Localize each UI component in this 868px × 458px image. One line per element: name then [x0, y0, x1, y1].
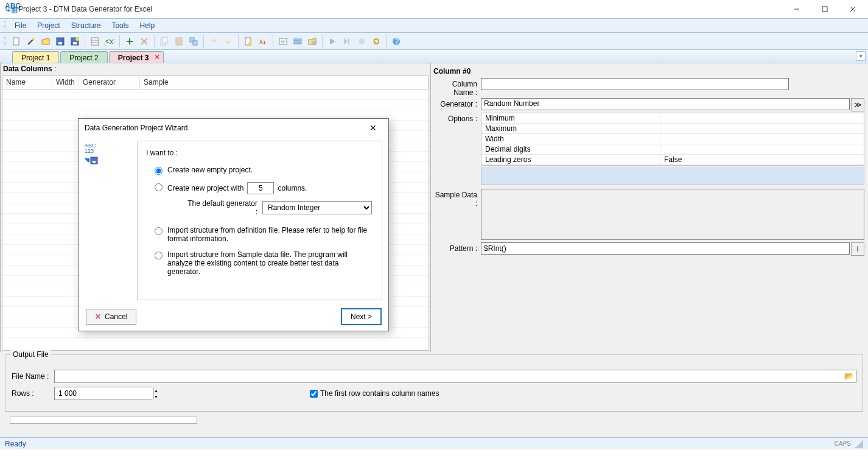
- menu-help[interactable]: Help: [135, 19, 159, 32]
- col-name[interactable]: Name: [2, 76, 52, 89]
- options-footer-band: [481, 167, 864, 185]
- wizard-opt-label: Import structure from Sample data file. …: [167, 250, 348, 276]
- copy-cols-icon[interactable]: [158, 35, 171, 48]
- help-icon[interactable]: ?: [390, 35, 403, 48]
- tab-label: Project 1: [21, 54, 50, 62]
- pattern-info-button[interactable]: i: [851, 242, 864, 256]
- fill-icon[interactable]: [242, 35, 255, 48]
- menu-tools[interactable]: Tools: [107, 19, 133, 32]
- minimize-button[interactable]: [783, 0, 811, 18]
- options-icon[interactable]: [291, 35, 304, 48]
- file-name-input[interactable]: 📂: [54, 370, 856, 383]
- wizard-icon[interactable]: [24, 35, 38, 48]
- col-sample[interactable]: Sample: [140, 76, 429, 89]
- opt-key[interactable]: Minimum: [481, 113, 660, 123]
- title-bar: ABC ↳▦ Project 3 - DTM Data Generator fo…: [0, 0, 868, 18]
- opt-key[interactable]: Width: [481, 134, 660, 144]
- move-down-icon[interactable]: [222, 35, 235, 48]
- settings-icon[interactable]: [306, 35, 319, 48]
- pattern-input[interactable]: [481, 242, 850, 255]
- rows-label: Rows :: [12, 389, 54, 398]
- opt-val[interactable]: [660, 134, 864, 144]
- close-icon[interactable]: ✕: [155, 54, 159, 60]
- step-icon[interactable]: [340, 35, 354, 48]
- file-name-label: File Name :: [12, 372, 54, 381]
- opt-val[interactable]: [660, 144, 864, 154]
- wizard-close-button[interactable]: ✕: [364, 123, 382, 133]
- opt-val[interactable]: False: [660, 155, 864, 164]
- maximize-button[interactable]: [811, 0, 839, 18]
- opt-key[interactable]: Maximum: [481, 124, 660, 133]
- spin-down-icon[interactable]: ▼: [154, 393, 158, 400]
- menu-file[interactable]: File: [10, 19, 31, 32]
- remove-icon[interactable]: [138, 35, 151, 48]
- tab-scroll-button[interactable]: ▾: [856, 51, 866, 61]
- first-row-checkbox-row[interactable]: The first row contains column names: [310, 389, 439, 398]
- tab-project-3[interactable]: Project 3 ✕: [109, 51, 164, 63]
- generator-select[interactable]: Random Number: [481, 98, 850, 110]
- col-generator[interactable]: Generator: [79, 76, 140, 89]
- menu-structure[interactable]: Structure: [66, 19, 106, 32]
- status-bar: Ready CAPS: [0, 437, 868, 449]
- wizard-radio-columns[interactable]: [155, 183, 163, 191]
- default-gen-label: The default generator :: [186, 199, 257, 216]
- wizard-opt-definition[interactable]: Import structure from definition file. P…: [146, 226, 373, 243]
- caps-indicator: CAPS: [835, 440, 851, 447]
- wizard-opt-sample[interactable]: Import structure from Sample data file. …: [146, 250, 373, 276]
- rows-spinner[interactable]: ▲▼: [54, 387, 152, 400]
- structure-icon[interactable]: [88, 35, 102, 48]
- col-width[interactable]: Width: [52, 76, 79, 89]
- export-icon[interactable]: [276, 35, 290, 48]
- tab-project-2[interactable]: Project 2: [60, 51, 107, 63]
- svg-text:?: ?: [395, 37, 399, 46]
- toolbar-grip-icon: [4, 37, 6, 46]
- generator-expand-button[interactable]: ≫: [851, 98, 864, 111]
- stop-icon[interactable]: [355, 35, 368, 48]
- menu-project[interactable]: Project: [32, 19, 65, 32]
- open-icon[interactable]: [39, 35, 52, 48]
- wizard-opt-label: Create new empty project.: [167, 166, 253, 174]
- opt-key[interactable]: Decimal digits: [481, 144, 660, 154]
- opt-key[interactable]: Leading zeros: [481, 155, 660, 164]
- wizard-title: Data Generation Project Wizard: [85, 124, 364, 132]
- wizard-opt-columns[interactable]: Create new project with columns. The def…: [146, 182, 373, 219]
- column-name-label: Column Name :: [433, 78, 481, 97]
- save-icon[interactable]: [54, 35, 67, 48]
- import-icon[interactable]: <x>: [103, 35, 116, 48]
- first-row-checkbox[interactable]: [310, 390, 318, 398]
- paste-cols-icon[interactable]: [172, 35, 186, 48]
- wizard-cancel-button[interactable]: ✕ Cancel: [86, 309, 136, 325]
- browse-icon[interactable]: 📂: [844, 372, 854, 381]
- svg-rect-30: [294, 42, 301, 44]
- vars-icon[interactable]: x₁: [256, 35, 270, 48]
- wizard-columns-input[interactable]: [247, 182, 274, 194]
- options-grid[interactable]: Minimum Maximum Width Decimal digits Lea…: [481, 113, 864, 166]
- wizard-title-bar[interactable]: Data Generation Project Wizard ✕: [79, 119, 388, 137]
- wizard-radio-empty[interactable]: [155, 167, 163, 175]
- new-icon[interactable]: [10, 35, 23, 48]
- close-button[interactable]: [839, 0, 867, 18]
- column-name-input[interactable]: [481, 78, 789, 90]
- opt-val[interactable]: [660, 124, 864, 133]
- spin-up-icon[interactable]: ▲: [154, 387, 158, 393]
- dup-icon[interactable]: [187, 35, 200, 48]
- resize-grip-icon[interactable]: [855, 440, 863, 448]
- tab-project-1[interactable]: Project 1: [12, 51, 59, 63]
- first-row-label: The first row contains column names: [320, 389, 439, 398]
- opt-val[interactable]: [660, 113, 864, 123]
- wizard-next-button[interactable]: Next >: [341, 309, 381, 325]
- save-as-icon[interactable]: [68, 35, 82, 48]
- wizard-radio-definition[interactable]: [155, 227, 163, 235]
- add-icon[interactable]: [123, 35, 136, 48]
- rows-input[interactable]: [55, 387, 153, 400]
- svg-text:<x>: <x>: [105, 37, 114, 46]
- run-icon[interactable]: [326, 35, 339, 48]
- default-gen-select[interactable]: Random Integer: [262, 201, 372, 214]
- refresh-icon[interactable]: [369, 35, 383, 48]
- wizard-radio-sample[interactable]: [155, 252, 163, 259]
- menu-bar: File Project Structure Tools Help: [0, 18, 868, 33]
- move-up-icon[interactable]: [207, 35, 220, 48]
- svg-text:x₁: x₁: [259, 37, 266, 46]
- window-title: Project 3 - DTM Data Generator for Excel: [18, 5, 152, 13]
- wizard-opt-empty[interactable]: Create new empty project.: [146, 166, 373, 175]
